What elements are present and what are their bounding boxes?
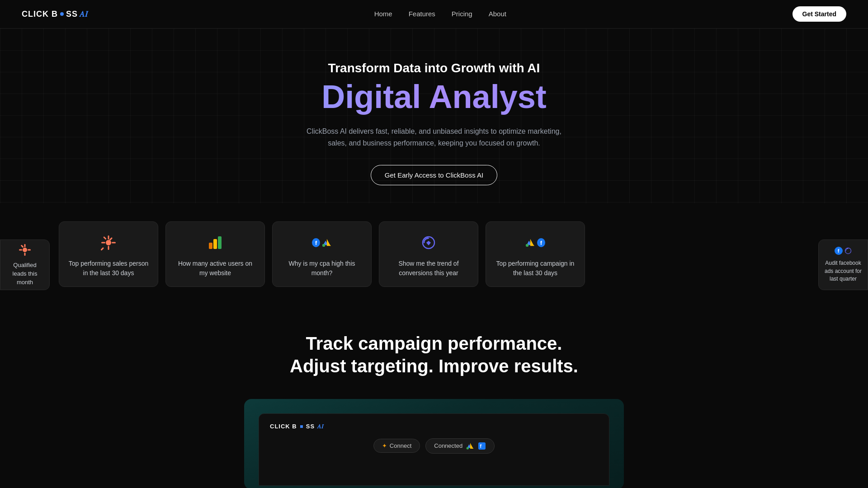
- hero-section: Transform Data into Growth with AI Digit…: [0, 28, 868, 203]
- list-item[interactable]: How many active users on my website: [165, 221, 265, 287]
- logo-dot: [60, 12, 64, 16]
- dashboard-inner: CLICK B SS 𝐴𝐼 ✦ Connect Connected: [259, 413, 609, 486]
- logo-text: CLICK B: [22, 9, 58, 19]
- google-fb-icon: f: [525, 233, 545, 253]
- ga-bar-icon: [205, 233, 225, 253]
- svg-text:f: f: [480, 443, 482, 449]
- svg-rect-7: [108, 235, 109, 239]
- nav-about[interactable]: About: [489, 10, 506, 18]
- card-label: Top performing campaign in the last 30 d…: [495, 259, 576, 277]
- nav-links: Home Features Pricing About: [374, 10, 506, 18]
- svg-rect-16: [218, 236, 222, 249]
- svg-rect-9: [101, 242, 105, 244]
- svg-rect-1: [24, 244, 26, 247]
- svg-rect-8: [108, 246, 109, 250]
- hubspot-icon-partial: [15, 243, 35, 257]
- navbar: CLICK B SS 𝐴𝐼 Home Features Pricing Abou…: [0, 0, 868, 28]
- svg-rect-31: [478, 442, 486, 450]
- svg-rect-4: [28, 249, 31, 251]
- facebook-icon-partial: f: [835, 247, 843, 255]
- card-partial-left: Qualified leads this month: [0, 239, 50, 290]
- facebook-icon-2: f: [537, 238, 545, 247]
- svg-point-6: [106, 240, 111, 245]
- dash-logo-dot: [300, 425, 303, 428]
- hero-title: Digital Analyst: [18, 79, 850, 115]
- svg-rect-5: [21, 244, 24, 248]
- connected-button: Connected f: [425, 438, 495, 454]
- dashboard-connect-row: ✦ Connect Connected f: [270, 438, 598, 454]
- cards-wrapper: Qualified leads this month: [0, 221, 868, 287]
- list-item[interactable]: Top performing sales person in the last …: [59, 221, 158, 287]
- svg-rect-3: [19, 249, 22, 251]
- section2: Track campaign performance. Adjust targe…: [0, 296, 868, 488]
- logo: CLICK B SS 𝐴𝐼: [22, 9, 88, 19]
- svg-rect-15: [213, 239, 217, 249]
- hubspot-icon: [99, 233, 118, 253]
- fb-replay-icon-partial: f: [833, 247, 853, 255]
- logo-ai: 𝐴𝐼: [80, 9, 88, 19]
- connect-label: Connect: [390, 442, 411, 449]
- card-text-partial-right: Audit facebook ads account for last quar…: [824, 259, 862, 283]
- nav-pricing[interactable]: Pricing: [452, 10, 472, 18]
- connect-button[interactable]: ✦ Connect: [373, 439, 420, 453]
- svg-rect-10: [112, 242, 116, 244]
- svg-rect-14: [209, 243, 212, 249]
- logo-text-2: SS: [66, 9, 78, 19]
- card-label: Show me the trend of conversions this ye…: [388, 259, 469, 277]
- card-label: Why is my cpa high this month?: [282, 259, 362, 277]
- dash-logo-ai: 𝐴𝐼: [317, 423, 324, 430]
- nav-features[interactable]: Features: [409, 10, 435, 18]
- svg-marker-19: [327, 239, 331, 246]
- svg-marker-29: [470, 443, 474, 449]
- nav-home[interactable]: Home: [374, 10, 392, 18]
- svg-rect-13: [100, 247, 104, 251]
- list-item[interactable]: Show me the trend of conversions this ye…: [379, 221, 478, 287]
- hero-cta-button[interactable]: Get Early Access to ClickBoss AI: [371, 165, 497, 185]
- section2-title: Track campaign performance. Adjust targe…: [276, 332, 592, 377]
- svg-rect-12: [109, 237, 113, 241]
- card-partial-right: f Audit facebook ads account for last qu…: [818, 239, 868, 290]
- svg-point-30: [467, 447, 469, 449]
- svg-point-25: [526, 244, 528, 247]
- replay-icon: [419, 233, 439, 253]
- card-label: Top performing sales person in the last …: [68, 259, 149, 277]
- connected-label: Connected: [434, 442, 462, 449]
- meta-icon-small: f: [478, 442, 486, 450]
- fb-google-icon: f: [312, 233, 332, 253]
- dash-logo-text: CLICK B: [270, 423, 297, 430]
- card-label: How many active users on my website: [175, 259, 255, 277]
- connect-star-icon: ✦: [382, 442, 387, 449]
- google-ads-icon-small: [466, 442, 474, 450]
- svg-rect-11: [103, 236, 107, 240]
- list-item[interactable]: f Top performing campaign in the last 30…: [486, 221, 585, 287]
- list-item[interactable]: f Why is my cpa high this month?: [272, 221, 372, 287]
- svg-point-20: [322, 244, 325, 247]
- svg-marker-24: [530, 239, 534, 246]
- nav-cta-button[interactable]: Get Started: [793, 6, 846, 22]
- svg-rect-2: [24, 253, 26, 256]
- dash-logo-text2: SS: [306, 423, 315, 430]
- dashboard-logo: CLICK B SS 𝐴𝐼: [270, 423, 598, 430]
- hero-subtitle: Transform Data into Growth with AI: [18, 61, 850, 75]
- cards-carousel-section: Qualified leads this month: [0, 203, 868, 296]
- svg-point-0: [23, 248, 27, 252]
- dashboard-preview: CLICK B SS 𝐴𝐼 ✦ Connect Connected: [244, 399, 624, 488]
- cards-track: Top performing sales person in the last …: [0, 221, 868, 287]
- facebook-icon: f: [312, 238, 320, 247]
- hero-description: ClickBoss AI delivers fast, reliable, an…: [303, 126, 565, 149]
- card-text-partial: Qualified leads this month: [6, 261, 44, 287]
